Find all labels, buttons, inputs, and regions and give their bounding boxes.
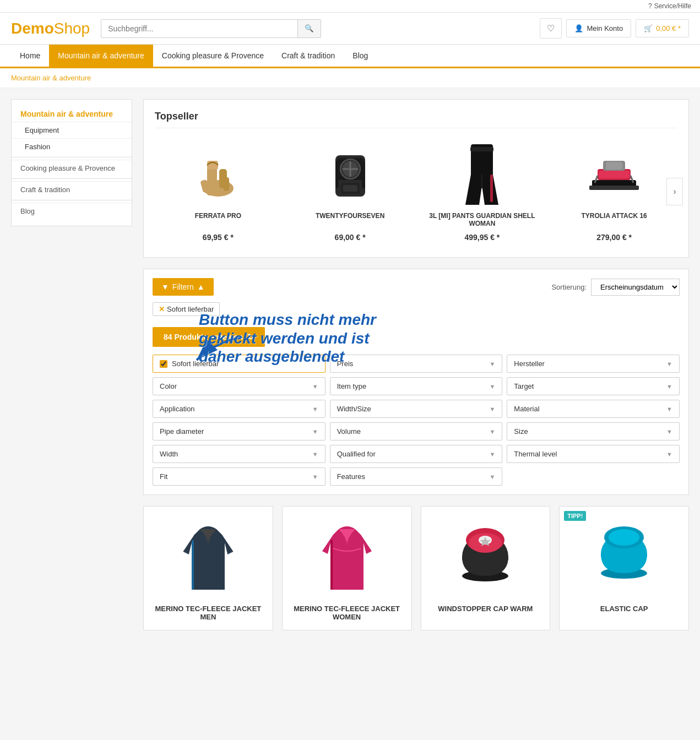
- topseller-product-price-2: 499,95 € *: [424, 233, 541, 242]
- topseller-product-3[interactable]: TYROLIA ATTACK 16 279,00 € *: [551, 137, 677, 246]
- header-actions: ♡ 👤 Mein Konto 🛒 0,00 € *: [540, 18, 689, 39]
- chevron-down-icon: ▼: [312, 406, 318, 412]
- jacket-women-illustration: [317, 518, 377, 595]
- filter-material[interactable]: Material ▼: [507, 400, 680, 418]
- sidebar-item-craft[interactable]: Craft & tradition: [12, 181, 132, 198]
- filter-application[interactable]: Application ▼: [153, 400, 325, 418]
- breadcrumb: Mountain air & adventure: [0, 68, 700, 88]
- filter-volume[interactable]: Volume ▼: [330, 422, 503, 440]
- svg-rect-23: [606, 162, 622, 170]
- chevron-down-icon: ▼: [489, 428, 495, 435]
- filter-icon: ▼: [161, 282, 169, 291]
- product-image-glove: [159, 142, 277, 208]
- svg-rect-18: [470, 147, 493, 151]
- jacket-men-illustration: [178, 518, 238, 595]
- sidebar-item-fashion[interactable]: Fashion: [12, 138, 132, 155]
- sidebar: Mountain air & adventure Equipment Fashi…: [11, 99, 132, 630]
- nav-item-home[interactable]: Home: [11, 45, 49, 67]
- nav-item-mountain[interactable]: Mountain air & adventure: [49, 45, 153, 67]
- topseller-products: FERRATA PRO 69,95 € *: [155, 137, 677, 246]
- chevron-down-icon: ▼: [312, 451, 318, 458]
- cart-icon: 🛒: [644, 24, 653, 32]
- product-tile-1[interactable]: MERINO TEC-FLEECE JACKET WOMEN: [282, 506, 412, 630]
- topseller-product-price-3: 279,00 € *: [555, 233, 673, 242]
- sidebar-item-cooking[interactable]: Cooking pleasure & Provence: [12, 160, 132, 176]
- sidebar-section: Mountain air & adventure Equipment Fashi…: [11, 99, 132, 226]
- chevron-right-icon: ›: [673, 187, 676, 197]
- sidebar-item-blog[interactable]: Blog: [12, 203, 132, 219]
- sofort-lieferbar-checkbox[interactable]: [160, 360, 167, 368]
- topseller-product-2[interactable]: 3L [MI] PANTS GUARDIAN SHELL WOMAN 499,9…: [419, 137, 546, 246]
- product-tile-name-2: WINDSTOPPER CAP WARM: [430, 605, 541, 613]
- elastic-cap-illustration: [594, 524, 654, 590]
- topseller-product-name-0: FERRATA PRO: [159, 212, 277, 230]
- topseller-product-name-1: TWENTYFOURSEVEN: [291, 212, 409, 230]
- cart-button[interactable]: 🛒 0,00 € *: [636, 19, 689, 37]
- filter-target[interactable]: Target ▼: [507, 377, 680, 395]
- filter-color[interactable]: Color ▼: [153, 377, 325, 395]
- account-button[interactable]: 👤 Mein Konto: [566, 19, 631, 37]
- topseller-product-1[interactable]: TWENTYFOURSEVEN 69,00 € *: [287, 137, 414, 246]
- svg-rect-12: [343, 185, 357, 192]
- filter-header: ▼ Filtern ▲ Sortierung: Erscheinungsdatu…: [153, 278, 680, 296]
- product-tile-name-0: MERINO TEC-FLEECE JACKET MEN: [153, 605, 264, 621]
- product-image-binding: [555, 142, 673, 208]
- search-input[interactable]: [101, 20, 297, 37]
- product-tile-image-3: [568, 515, 680, 598]
- glove-illustration: [193, 150, 243, 199]
- wishlist-button[interactable]: ♡: [540, 18, 562, 39]
- filter-features[interactable]: Features ▼: [330, 467, 503, 486]
- product-tile-3[interactable]: TIPP! ELASTIC CAP: [559, 506, 689, 630]
- product-tile-0[interactable]: MERINO TEC-FLEECE JACKET MEN: [143, 506, 273, 630]
- svg-rect-13: [335, 161, 339, 188]
- breadcrumb-link[interactable]: Mountain air & adventure: [11, 74, 91, 82]
- svg-rect-26: [192, 540, 194, 590]
- filter-fit[interactable]: Fit ▼: [153, 467, 325, 486]
- topseller-product-price-1: 69,00 € *: [291, 233, 409, 242]
- nav-item-craft[interactable]: Craft & tradition: [273, 45, 344, 67]
- product-tile-image-2: [430, 515, 541, 598]
- svg-rect-14: [362, 161, 365, 188]
- filter-width-size[interactable]: Width/Size ▼: [330, 400, 503, 418]
- logo[interactable]: DemoShop: [11, 20, 90, 37]
- service-link[interactable]: ? Service/Hilfe: [648, 2, 691, 10]
- sidebar-title[interactable]: Mountain air & adventure: [12, 106, 132, 122]
- sidebar-item-equipment[interactable]: Equipment: [12, 122, 132, 138]
- top-bar: ? Service/Hilfe: [0, 0, 700, 13]
- remove-filter-icon: ✕: [159, 305, 165, 313]
- sidebar-separator-2: [12, 178, 132, 179]
- filter-toggle-button[interactable]: ▼ Filtern ▲: [153, 278, 214, 296]
- chevron-down-icon: ▼: [666, 406, 672, 412]
- nav-item-blog[interactable]: Blog: [344, 45, 377, 67]
- filter-qualified-for[interactable]: Qualified for ▼: [330, 445, 503, 463]
- content-area: Topseller: [143, 99, 689, 630]
- filter-box: ▼ Filtern ▲ Sortierung: Erscheinungsdatu…: [143, 269, 689, 495]
- filter-pipe-diameter[interactable]: Pipe diameter ▼: [153, 422, 325, 440]
- filter-hersteller[interactable]: Hersteller ▼: [507, 355, 680, 373]
- topseller-next-button[interactable]: ›: [666, 178, 683, 205]
- nav-item-cooking[interactable]: Cooking pleasure & Provence: [153, 45, 273, 67]
- svg-rect-17: [490, 175, 493, 202]
- filter-width[interactable]: Width ▼: [153, 445, 325, 463]
- active-filter-tag[interactable]: ✕ Sofort lieferbar: [153, 302, 220, 316]
- show-products-container: 84 Produkte anzeigen ↻ Button muss nicht…: [153, 327, 265, 355]
- sidebar-separator-3: [12, 200, 132, 200]
- question-circle-icon: ?: [648, 2, 652, 10]
- search-button[interactable]: 🔍: [297, 20, 321, 37]
- filter-sofort-lieferbar[interactable]: Sofort lieferbar: [153, 355, 325, 373]
- svg-rect-21: [599, 171, 630, 178]
- topseller-product-0[interactable]: FERRATA PRO 69,95 € *: [155, 137, 281, 246]
- svg-point-36: [609, 529, 639, 546]
- chevron-down-icon: ▼: [489, 406, 495, 412]
- chevron-down-icon: ▼: [489, 451, 495, 458]
- filter-preis[interactable]: Preis ▼: [330, 355, 503, 373]
- sort-select[interactable]: Erscheinungsdatum: [591, 279, 680, 296]
- product-tile-image-1: [291, 515, 403, 598]
- product-tile-2[interactable]: WINDSTOPPER CAP WARM: [421, 506, 551, 630]
- filter-item-type[interactable]: Item type ▼: [330, 377, 503, 395]
- filter-thermal-level[interactable]: Thermal level ▼: [507, 445, 680, 463]
- product-tile-name-1: MERINO TEC-FLEECE JACKET WOMEN: [291, 605, 403, 621]
- filter-size[interactable]: Size ▼: [507, 422, 680, 440]
- product-image-backpack: [291, 142, 409, 208]
- show-products-button[interactable]: 84 Produkte anzeigen ↻: [153, 327, 265, 347]
